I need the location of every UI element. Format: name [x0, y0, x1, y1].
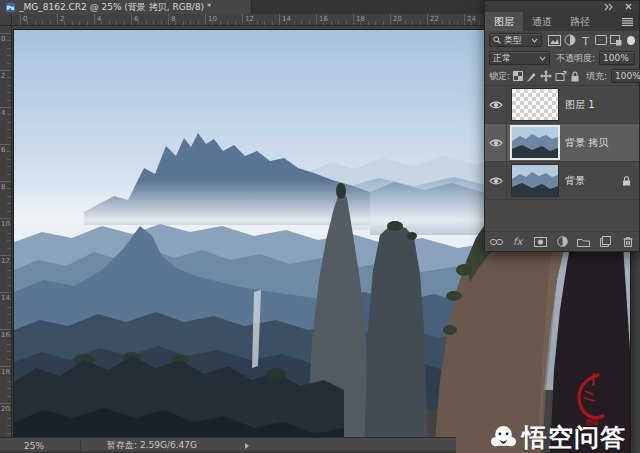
document-title: _MG_8162.CR2 @ 25% (背景 拷贝, RGB/8) *	[19, 1, 211, 14]
lock-row: 锁定: 填充: 100%	[485, 67, 639, 85]
chevron-down-icon	[531, 38, 538, 43]
opacity-label: 不透明度:	[556, 52, 595, 65]
layer-thumbnail-photo[interactable]	[512, 127, 558, 158]
tab-paths[interactable]: 路径	[561, 12, 599, 31]
adjustment-icon[interactable]	[555, 234, 570, 249]
kind-filter-dropdown[interactable]: 类型	[489, 33, 542, 47]
lock-all-icon[interactable]	[570, 69, 580, 83]
eye-icon	[489, 138, 503, 148]
delete-icon[interactable]	[620, 234, 635, 249]
chevron-down-icon	[539, 56, 546, 61]
lock-label: 锁定:	[489, 70, 510, 83]
pixel-filter-icon[interactable]	[548, 33, 561, 47]
ruler-corner[interactable]	[0, 14, 12, 26]
blend-row: 正常 不透明度: 100%	[485, 49, 639, 67]
new-layer-icon[interactable]	[598, 234, 613, 249]
layer-row-layer1[interactable]: 图层 1	[485, 86, 639, 124]
fill-label: 填充:	[586, 70, 607, 83]
fx-label: fx	[513, 236, 524, 247]
group-icon[interactable]	[576, 234, 591, 249]
status-divider	[80, 440, 81, 451]
document-tab[interactable]: Ps _MG_8162.CR2 @ 25% (背景 拷贝, RGB/8) *	[0, 0, 252, 14]
visibility-toggle[interactable]	[485, 86, 507, 124]
blend-mode-dropdown[interactable]: 正常	[489, 51, 550, 65]
background-lock-icon	[622, 171, 631, 190]
lock-pixels-icon[interactable]	[526, 69, 537, 83]
lock-transparent-icon[interactable]	[513, 69, 523, 83]
lock-artboard-icon[interactable]	[555, 69, 567, 83]
layer-list: 图层 1 背景 拷贝 背景	[485, 85, 639, 200]
visibility-toggle[interactable]	[485, 162, 507, 200]
smart-filter-icon[interactable]	[610, 33, 622, 47]
layer-row-background[interactable]: 背景	[485, 162, 639, 200]
panel-empty-area	[485, 200, 639, 231]
panel-menu-icon[interactable]	[616, 12, 639, 31]
filter-row: 类型 T	[485, 31, 639, 49]
tab-layers[interactable]: 图层	[485, 12, 523, 31]
layer-name[interactable]: 背景	[565, 174, 622, 188]
layer-row-background-copy[interactable]: 背景 拷贝	[485, 124, 639, 162]
mask-icon[interactable]	[533, 234, 548, 249]
eye-icon	[489, 100, 503, 110]
watermark-text: 悟空问答	[522, 421, 626, 453]
layers-panel: 图层 通道 路径 类型 T	[484, 0, 640, 252]
link-icon[interactable]	[489, 234, 504, 249]
layer-name[interactable]: 背景 拷贝	[565, 136, 639, 150]
fill-value-dropdown[interactable]: 100%	[611, 69, 640, 83]
photoshop-window: Ps _MG_8162.CR2 @ 25% (背景 拷贝, RGB/8) * 0…	[0, 0, 640, 453]
opacity-value-dropdown[interactable]: 100%	[599, 51, 635, 65]
zoom-level-field[interactable]: 25%	[24, 441, 80, 451]
eye-icon	[489, 176, 503, 186]
filter-toggle-icon[interactable]	[627, 36, 635, 45]
status-bar: 25% 暂存盘: 2.59G/6.47G	[0, 437, 456, 453]
panel-tabs: 图层 通道 路径	[485, 12, 639, 31]
type-filter-icon[interactable]: T	[580, 33, 592, 47]
ps-file-icon: Ps	[6, 3, 15, 12]
ruler-vertical[interactable]: 02468101214161820	[0, 26, 12, 437]
layer-thumbnail-photo[interactable]	[512, 165, 558, 196]
scratch-disk-status: 暂存盘: 2.59G/6.47G	[107, 439, 197, 452]
adjustment-filter-icon[interactable]	[564, 33, 576, 47]
layer-thumbnail-transparent[interactable]	[512, 89, 558, 120]
svg-text:T: T	[581, 35, 589, 46]
fx-icon[interactable]: fx	[511, 234, 526, 249]
monkey-logo-icon	[490, 424, 517, 451]
watermark-brand: 悟空问答	[490, 421, 626, 453]
panel-footer: fx	[485, 231, 639, 251]
flyout-arrow-icon[interactable]	[245, 443, 249, 449]
lock-position-icon[interactable]	[540, 69, 552, 83]
search-icon	[493, 36, 501, 44]
tab-channels[interactable]: 通道	[523, 12, 561, 31]
shape-filter-icon[interactable]	[595, 33, 607, 47]
visibility-toggle[interactable]	[485, 124, 507, 162]
layer-name[interactable]: 图层 1	[565, 98, 639, 112]
panel-titlebar	[485, 1, 639, 12]
